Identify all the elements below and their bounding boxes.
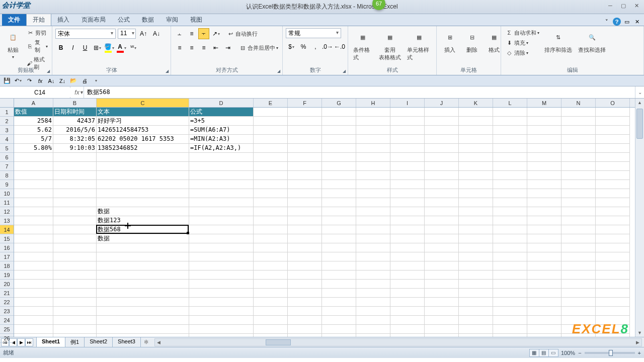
cell-H17[interactable]	[356, 252, 390, 261]
cell-J4[interactable]	[425, 135, 459, 144]
zoom-knob[interactable]	[609, 350, 613, 356]
zoom-in-button[interactable]: +	[638, 350, 641, 356]
col-header-O[interactable]: O	[596, 99, 630, 107]
cell-D4[interactable]: =MIN(A2:A3)	[189, 135, 254, 144]
cell-D17[interactable]	[189, 252, 254, 261]
zoom-slider[interactable]	[585, 352, 635, 354]
row-header-5[interactable]: 5	[0, 144, 14, 153]
row-header-10[interactable]: 10	[0, 189, 14, 198]
cell-E17[interactable]	[254, 252, 288, 261]
cell-F14[interactable]	[288, 225, 322, 234]
cell-D19[interactable]	[189, 270, 254, 280]
cell-I13[interactable]	[390, 216, 425, 225]
cell-M17[interactable]	[527, 252, 561, 261]
cell-K21[interactable]	[459, 289, 493, 298]
cell-B19[interactable]	[53, 270, 97, 280]
copy-button[interactable]: ⎘复制▾	[25, 38, 49, 54]
row-header-25[interactable]: 25	[0, 325, 14, 334]
help-icon[interactable]: ?	[613, 18, 621, 26]
bold-button[interactable]: B	[55, 42, 66, 53]
cell-M7[interactable]	[527, 162, 561, 171]
cell-D11[interactable]	[189, 198, 254, 207]
cell-I7[interactable]	[390, 162, 425, 171]
cell-L25[interactable]	[493, 325, 527, 334]
cell-styles-button[interactable]: ▦单元格样式	[405, 28, 433, 62]
cell-C3[interactable]: 14265124584753	[97, 126, 189, 135]
cell-K7[interactable]	[459, 162, 493, 171]
cell-K2[interactable]	[459, 117, 493, 126]
row-header-2[interactable]: 2	[0, 117, 14, 126]
cell-M15[interactable]	[527, 234, 561, 243]
cell-O16[interactable]	[596, 243, 630, 252]
cell-G11[interactable]	[322, 198, 356, 207]
cell-D10[interactable]	[189, 189, 254, 198]
find-select-button[interactable]: 🔍查找和选择	[576, 28, 608, 55]
cell-K20[interactable]	[459, 280, 493, 289]
cell-B8[interactable]	[53, 171, 97, 180]
cell-M5[interactable]	[527, 144, 561, 153]
cell-J22[interactable]	[425, 298, 459, 307]
cell-I3[interactable]	[390, 126, 425, 135]
cell-O19[interactable]	[596, 270, 630, 280]
cell-J3[interactable]	[425, 126, 459, 135]
decrease-indent-button[interactable]: ⇤	[210, 42, 221, 53]
tab-home[interactable]: 开始	[26, 14, 51, 26]
cell-M13[interactable]	[527, 216, 561, 225]
cell-N6[interactable]	[561, 153, 596, 162]
font-color-button[interactable]: A	[116, 42, 127, 53]
cell-J19[interactable]	[425, 270, 459, 280]
cell-C11[interactable]	[97, 198, 189, 207]
cell-E7[interactable]	[254, 162, 288, 171]
cell-K24[interactable]	[459, 316, 493, 325]
cell-M6[interactable]	[527, 153, 561, 162]
cell-E8[interactable]	[254, 171, 288, 180]
horizontal-scrollbar[interactable]: ◀ ▶	[154, 338, 642, 346]
cell-H18[interactable]	[356, 261, 390, 270]
cell-G15[interactable]	[322, 234, 356, 243]
cell-F12[interactable]	[288, 207, 322, 216]
cell-N15[interactable]	[561, 234, 596, 243]
cell-K5[interactable]	[459, 144, 493, 153]
row-header-13[interactable]: 13	[0, 216, 14, 225]
cell-M20[interactable]	[527, 280, 561, 289]
orientation-button[interactable]: ↗	[210, 28, 221, 39]
cell-F6[interactable]	[288, 153, 322, 162]
cell-N21[interactable]	[561, 289, 596, 298]
cell-B12[interactable]	[53, 207, 97, 216]
cell-K4[interactable]	[459, 135, 493, 144]
cell-B26[interactable]	[53, 334, 97, 337]
cell-C2[interactable]: 好好学习	[97, 117, 189, 126]
cell-A20[interactable]	[14, 280, 53, 289]
hscroll-thumb[interactable]	[266, 339, 291, 345]
row-header-9[interactable]: 9	[0, 180, 14, 189]
cell-D24[interactable]	[189, 316, 254, 325]
cell-C17[interactable]	[97, 252, 189, 261]
cell-O9[interactable]	[596, 180, 630, 189]
cell-M4[interactable]	[527, 135, 561, 144]
select-all-corner[interactable]	[0, 99, 14, 108]
cell-K23[interactable]	[459, 307, 493, 316]
cell-L1[interactable]	[493, 108, 527, 117]
cell-J9[interactable]	[425, 180, 459, 189]
cell-J18[interactable]	[425, 261, 459, 270]
tab-file[interactable]: 文件	[2, 14, 26, 26]
cell-C13[interactable]: 数据123	[97, 216, 189, 225]
cell-F17[interactable]	[288, 252, 322, 261]
col-header-F[interactable]: F	[288, 99, 322, 107]
conditional-format-button[interactable]: ▦条件格式	[351, 28, 375, 62]
number-launcher[interactable]: ◢	[343, 69, 346, 73]
formula-expand-button[interactable]: ⌄	[635, 86, 644, 98]
cell-E5[interactable]	[254, 144, 288, 153]
wrap-text-button[interactable]: ↩自动换行	[225, 29, 259, 38]
cell-O13[interactable]	[596, 216, 630, 225]
row-header-17[interactable]: 17	[0, 252, 14, 261]
cell-A11[interactable]	[14, 198, 53, 207]
cell-E1[interactable]	[254, 108, 288, 117]
cell-D6[interactable]	[189, 153, 254, 162]
cell-B11[interactable]	[53, 198, 97, 207]
cell-L6[interactable]	[493, 153, 527, 162]
cell-E12[interactable]	[254, 207, 288, 216]
cell-G18[interactable]	[322, 261, 356, 270]
cell-L16[interactable]	[493, 243, 527, 252]
cell-E22[interactable]	[254, 298, 288, 307]
